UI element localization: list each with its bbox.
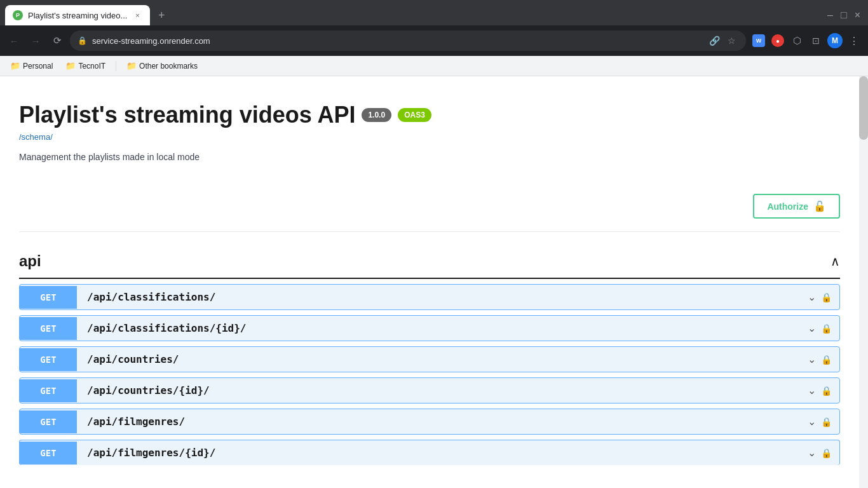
section-title: api [19, 252, 41, 270]
endpoint-lock-icon: 🔒 [821, 417, 832, 427]
minimize-button[interactable]: – [825, 7, 836, 24]
endpoint-lock-icon: 🔒 [821, 355, 832, 365]
section-header: api ∧ [19, 245, 840, 279]
chevron-down-icon: ⌄ [808, 447, 816, 459]
browser-window: P Playlist's streaming video... × + – □ … [0, 0, 868, 76]
scrollbar[interactable] [859, 76, 868, 488]
page-content: Playlist's streaming videos API 1.0.0 OA… [0, 76, 859, 488]
share-icon[interactable]: 🔗 [707, 34, 722, 47]
bookmark-tecnoit[interactable]: 📁 TecnoIT [60, 59, 111, 72]
endpoint-row[interactable]: GET /api/countries/{id}/ ⌄ 🔒 [19, 377, 840, 403]
endpoint-actions-2: ⌄ 🔒 [800, 347, 839, 372]
endpoint-row[interactable]: GET /api/countries/ ⌄ 🔒 [19, 346, 840, 372]
bookmark-personal[interactable]: 📁 Personal [5, 59, 58, 72]
swagger-ui: Playlist's streaming videos API 1.0.0 OA… [0, 76, 859, 483]
chevron-down-icon: ⌄ [808, 384, 816, 396]
reload-button[interactable]: ⟳ [48, 32, 66, 50]
menu-button[interactable]: ⋮ [845, 32, 863, 50]
endpoint-row[interactable]: GET /api/filmgenres/ ⌄ 🔒 [19, 409, 840, 435]
extension-red-button[interactable]: ● [769, 32, 787, 50]
authorize-section: Authorize 🔓 [19, 181, 840, 232]
bookmark-tecnoit-label: TecnoIT [78, 62, 105, 71]
schema-link[interactable]: /schema/ [19, 132, 840, 142]
endpoint-actions-5: ⌄ 🔒 [800, 440, 839, 465]
tab-favicon: P [13, 10, 23, 20]
api-description: Management the playlists made in local m… [19, 152, 840, 162]
endpoint-path-3: /api/countries/{id}/ [77, 378, 800, 403]
api-section: api ∧ GET /api/classifications/ ⌄ 🔒 GET … [19, 245, 840, 465]
method-badge-1: GET [20, 317, 77, 340]
chevron-down-icon: ⌄ [808, 291, 816, 303]
tab-close-button[interactable]: × [132, 10, 142, 20]
endpoint-lock-icon: 🔒 [821, 386, 832, 396]
api-title: Playlist's streaming videos API [19, 102, 355, 128]
forward-button[interactable]: → [27, 32, 44, 50]
endpoint-row[interactable]: GET /api/filmgenres/{id}/ ⌄ 🔒 [19, 440, 840, 465]
scrollbar-thumb[interactable] [859, 76, 868, 140]
method-badge-2: GET [20, 348, 77, 371]
address-text: service-streaming.onrender.com [92, 36, 702, 46]
endpoint-lock-icon: 🔒 [821, 292, 832, 302]
close-window-button[interactable]: × [852, 7, 863, 24]
collapse-section-button[interactable]: ∧ [831, 254, 840, 269]
secure-icon: 🔒 [78, 36, 87, 45]
endpoint-path-2: /api/countries/ [77, 347, 800, 372]
back-button[interactable]: ← [5, 32, 23, 50]
address-icons: 🔗 ☆ [707, 34, 738, 47]
endpoint-path-4: /api/filmgenres/ [77, 409, 800, 434]
endpoint-row[interactable]: GET /api/classifications/ ⌄ 🔒 [19, 284, 840, 310]
folder-icon: 📁 [126, 61, 137, 71]
puzzle-icon: ⬡ [793, 35, 801, 46]
authorize-label: Authorize [767, 201, 808, 212]
split-screen-button[interactable]: ⊡ [807, 32, 825, 50]
version-badge: 1.0.0 [362, 108, 391, 122]
folder-icon: 📁 [10, 61, 20, 71]
address-bar-row: ← → ⟳ 🔒 service-streaming.onrender.com 🔗… [0, 25, 868, 56]
endpoint-actions-1: ⌄ 🔒 [800, 316, 839, 341]
endpoint-row[interactable]: GET /api/classifications/{id}/ ⌄ 🔒 [19, 315, 840, 341]
endpoint-actions-3: ⌄ 🔒 [800, 378, 839, 403]
bookmark-other-label: Other bookmarks [139, 62, 198, 71]
tab-bar: P Playlist's streaming video... × + – □ … [0, 0, 868, 25]
endpoint-path-5: /api/filmgenres/{id}/ [77, 440, 800, 465]
endpoint-lock-icon: 🔒 [821, 448, 832, 458]
endpoint-path-1: /api/classifications/{id}/ [77, 316, 800, 341]
method-badge-3: GET [20, 379, 77, 402]
window-controls: – □ × [825, 7, 863, 24]
api-header: Playlist's streaming videos API 1.0.0 OA… [19, 89, 840, 181]
tab-title: Playlist's streaming video... [28, 11, 127, 20]
chevron-down-icon: ⌄ [808, 322, 816, 334]
address-bar[interactable]: 🔒 service-streaming.onrender.com 🔗 ☆ [70, 30, 746, 51]
authorize-button[interactable]: Authorize 🔓 [753, 194, 840, 219]
extension-w-icon: W [752, 34, 765, 47]
bookmark-other[interactable]: 📁 Other bookmarks [121, 59, 203, 72]
extensions-button[interactable]: ⬡ [788, 32, 806, 50]
bookmarks-separator [116, 61, 116, 71]
profile-button[interactable]: M [826, 32, 844, 50]
browser-icons-right: W ● ⬡ ⊡ M ⋮ [750, 32, 863, 50]
extension-w-button[interactable]: W [750, 32, 768, 50]
chevron-down-icon: ⌄ [808, 416, 816, 428]
bookmarks-bar: 📁 Personal 📁 TecnoIT 📁 Other bookmarks [0, 56, 868, 76]
split-icon: ⊡ [812, 36, 820, 46]
endpoint-actions-0: ⌄ 🔒 [800, 285, 839, 309]
method-badge-0: GET [20, 286, 77, 309]
endpoint-path-0: /api/classifications/ [77, 285, 800, 309]
extension-red-icon: ● [771, 34, 784, 47]
folder-icon: 📁 [65, 61, 76, 71]
new-tab-button[interactable]: + [153, 6, 170, 24]
method-badge-4: GET [20, 410, 77, 433]
endpoint-lock-icon: 🔒 [821, 323, 832, 334]
profile-avatar: M [827, 33, 843, 48]
chevron-down-icon: ⌄ [808, 353, 816, 365]
bookmark-personal-label: Personal [23, 62, 53, 71]
active-tab[interactable]: P Playlist's streaming video... × [5, 5, 150, 25]
endpoint-actions-4: ⌄ 🔒 [800, 409, 839, 434]
authorize-lock-icon: 🔓 [813, 200, 826, 212]
bookmark-star-icon[interactable]: ☆ [725, 34, 738, 47]
menu-icon: ⋮ [849, 35, 859, 47]
oas-badge: OAS3 [398, 108, 431, 122]
maximize-button[interactable]: □ [838, 7, 850, 24]
method-badge-5: GET [20, 442, 77, 464]
api-title-row: Playlist's streaming videos API 1.0.0 OA… [19, 102, 840, 128]
